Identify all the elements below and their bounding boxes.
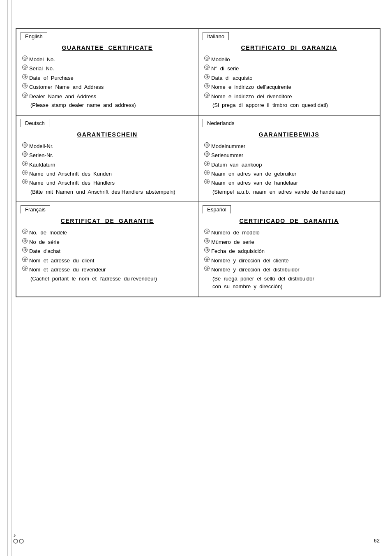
cert-list-english: ①Model No. ②Serial No. ③Date of Purchase… <box>22 55 192 101</box>
list-item: ④Nome e indirizzo dell'acquirente <box>204 83 374 91</box>
svg-text:♪: ♪ <box>13 532 16 538</box>
margin-line-inner <box>12 0 12 556</box>
list-item: ⑤Nome e indirizzo del rivenditore <box>204 92 374 101</box>
section-francais: Français CERTIFICAT DE GARANTIE ①No. de … <box>16 202 198 297</box>
cert-list-espanol: ①Nùmero de modelo ②Mùmero de serie ③Fech… <box>204 228 374 274</box>
list-item: ④Name und Anschrift des Kunden <box>22 169 192 178</box>
list-num-2: ② <box>204 151 210 157</box>
cert-list-italiano: ①Modello ②N° di serie ③Data di acquisto … <box>204 55 374 101</box>
list-item: ①Model No. <box>22 55 192 64</box>
list-num-1: ① <box>204 229 210 234</box>
list-item: ②No de série <box>22 238 192 246</box>
list-item: ④Nombre y dirección del cliente <box>204 256 374 265</box>
content-area: English GUARANTEE CERTIFICATE ①Model No.… <box>16 28 380 528</box>
list-num-5: ⑤ <box>204 93 210 98</box>
list-item: ②Serienummer <box>204 151 374 160</box>
note-italiano: (Si prega di apporre il timbro con quest… <box>204 101 374 109</box>
list-num-3: ③ <box>22 247 28 253</box>
list-item: ③Fecha de adquisición <box>204 247 374 255</box>
list-item: ①Nùmero de modelo <box>204 228 374 237</box>
list-item: ⑤Dealer Name and Address <box>22 92 192 101</box>
lang-tab-english: English <box>21 32 47 40</box>
section-content-italiano: CERTIFICATO DI GARANZIA ①Modello ②N° di … <box>198 40 380 115</box>
note-deutsch: (Bitte mit Namen und Anschrift des Handl… <box>22 188 192 196</box>
note-espanol: (Se ruega poner el sellú del distribuido… <box>204 275 374 291</box>
page-number: 62 <box>374 537 380 544</box>
list-num-3: ③ <box>204 247 210 253</box>
list-item: ⑤Nom et adresse du revendeur <box>22 265 192 274</box>
list-num-5: ⑤ <box>22 93 28 98</box>
list-item: ①No. de modèle <box>22 228 192 237</box>
list-item: ①Modelnummer <box>204 142 374 151</box>
section-nederlands: Nederlands GARANTIEBEWIJS ①Modelnummer ②… <box>198 116 380 202</box>
lang-tab-container-francais: Français <box>16 202 198 213</box>
list-item: ④Naam en adres van de gebruiker <box>204 169 374 178</box>
section-deutsch: Deutsch GARANTIESCHEIN ①Modell-Nr. ②Seri… <box>16 116 198 202</box>
list-item: ③Data di acquisto <box>204 74 374 82</box>
cert-title-deutsch: GARANTIESCHEIN <box>22 131 192 138</box>
list-num-2: ② <box>22 238 28 243</box>
cert-title-espanol: CERTIFICADO DE GARANTIA <box>204 218 374 224</box>
section-content-francais: CERTIFICAT DE GARANTIE ①No. de modèle ②N… <box>16 213 198 288</box>
lang-tab-italiano: Italiano <box>203 32 229 40</box>
list-item: ④Customer Name and Address <box>22 83 192 91</box>
list-num-1: ① <box>204 56 210 61</box>
list-item: ②Serien-Nr. <box>22 151 192 160</box>
list-item: ③Datum van aankoop <box>204 160 374 169</box>
lang-tab-container-espanol: Español <box>198 202 380 213</box>
list-num-2: ② <box>22 151 28 157</box>
list-num-2: ② <box>204 238 210 243</box>
list-item: ⑤Nombre y dirección del distribuidor <box>204 265 374 274</box>
list-num-5: ⑤ <box>204 179 210 184</box>
cert-list-deutsch: ①Modell-Nr. ②Serien-Nr. ③Kaufdaturn ④Nam… <box>22 142 192 188</box>
list-num-3: ③ <box>204 74 210 79</box>
list-item: ②N° di serie <box>204 64 374 73</box>
list-num-4: ④ <box>22 257 28 262</box>
lang-tab-container-italiano: Italiano <box>198 29 380 40</box>
lang-tab-deutsch: Deutsch <box>21 119 49 127</box>
list-item: ①Modell-Nr. <box>22 142 192 151</box>
section-content-nederlands: GARANTIEBEWIJS ①Modelnummer ②Serienummer… <box>198 127 380 202</box>
section-content-english: GUARANTEE CERTIFICATE ①Model No. ②Serial… <box>16 40 198 115</box>
list-num-4: ④ <box>22 170 28 175</box>
list-item: ③Date d'achat <box>22 247 192 255</box>
lang-tab-container-nederlands: Nederlands <box>198 116 380 127</box>
lang-tab-container-english: English <box>16 29 198 40</box>
list-num-1: ① <box>22 229 28 234</box>
section-content-espanol: CERTIFICADO DE GARANTIA ①Nùmero de model… <box>198 213 380 296</box>
section-italiano: Italiano CERTIFICATO DI GARANZIA ①Modell… <box>198 28 380 116</box>
bottom-margin-line <box>12 532 384 532</box>
list-num-2: ② <box>22 65 28 70</box>
list-num-4: ④ <box>204 170 210 175</box>
top-margin-line <box>12 24 384 24</box>
list-num-5: ⑤ <box>204 266 210 271</box>
list-num-5: ⑤ <box>22 266 28 271</box>
list-num-5: ⑤ <box>22 179 28 184</box>
list-num-1: ① <box>22 142 28 148</box>
list-item: ③Date of Purchase <box>22 74 192 82</box>
page: English GUARANTEE CERTIFICATE ①Model No.… <box>0 0 392 556</box>
cert-title-nederlands: GARANTIEBEWIJS <box>204 131 374 138</box>
lang-tab-francais: Français <box>21 205 50 213</box>
cert-title-francais: CERTIFICAT DE GARANTIE <box>22 218 192 224</box>
list-num-4: ④ <box>204 83 210 88</box>
list-item: ①Modello <box>204 55 374 64</box>
list-num-4: ④ <box>204 257 210 262</box>
list-num-3: ③ <box>22 161 28 166</box>
bottom-icon: ♪ <box>13 531 25 544</box>
svg-point-2 <box>19 539 23 543</box>
note-nederlands: (Stempel a.u.b. naam en adres vande de h… <box>204 188 374 196</box>
list-item: ⑤Name und Anschrift des Händlers <box>22 178 192 187</box>
lang-tab-nederlands: Nederlands <box>203 119 239 127</box>
list-item: ②Mùmero de serie <box>204 238 374 246</box>
note-francais: (Cachet portant le nom et l'adresse du r… <box>22 275 192 283</box>
list-item: ②Serial No. <box>22 64 192 73</box>
section-english: English GUARANTEE CERTIFICATE ①Model No.… <box>16 28 198 116</box>
list-num-4: ④ <box>22 83 28 88</box>
margin-line-outer <box>7 0 8 556</box>
cert-list-nederlands: ①Modelnummer ②Serienummer ③Datum van aan… <box>204 142 374 188</box>
note-english: (Please stamp dealer name and address) <box>22 101 192 109</box>
lang-tab-container-deutsch: Deutsch <box>16 116 198 127</box>
svg-point-1 <box>14 539 18 543</box>
section-content-deutsch: GARANTIESCHEIN ①Modell-Nr. ②Serien-Nr. ③… <box>16 127 198 202</box>
